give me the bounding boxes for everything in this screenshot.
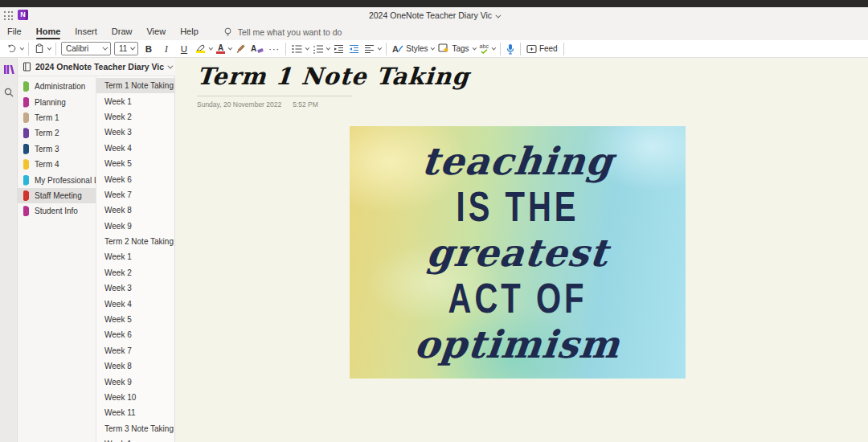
page-label: Week 8 [104, 362, 132, 370]
sidebar-page-item[interactable]: Week 1 [96, 249, 174, 264]
bold-button[interactable]: B [140, 42, 158, 56]
sidebar-page-item[interactable]: Term 2 Note Taking [96, 234, 174, 249]
spell-check-button[interactable]: abc [477, 42, 497, 56]
paste-button[interactable] [32, 42, 52, 56]
sidebar-page-item[interactable]: Term 3 Note Taking [96, 421, 174, 436]
menu-items: FileHomeInsertDrawViewHelp [0, 24, 206, 40]
menu-item-file[interactable]: File [0, 24, 29, 40]
page-list: Term 1 Note Taking Week 1 Week 2 Week 3 … [96, 76, 175, 442]
menu-item-draw[interactable]: Draw [104, 24, 140, 40]
underline-button[interactable]: U [175, 42, 193, 56]
font-color-button[interactable]: A [214, 42, 233, 56]
format-painter-button[interactable] [233, 42, 248, 56]
page-label: Week 8 [104, 206, 132, 215]
page-label: Week 5 [104, 315, 132, 324]
menu-bar: FileHomeInsertDrawViewHelp Tell me what … [0, 24, 868, 40]
highlight-button[interactable] [193, 42, 214, 56]
menu-item-view[interactable]: View [139, 24, 173, 40]
page-time: 5:52 PM [293, 100, 318, 108]
numbered-list-button[interactable] [310, 42, 331, 56]
sidebar-section-item[interactable]: My Professional Learn… [18, 172, 96, 187]
sidebar-section-item[interactable]: Staff Meeting [18, 188, 96, 203]
sidebar-page-item[interactable]: Week 1 [96, 436, 174, 442]
sidebar-page-item[interactable]: Week 7 [96, 187, 174, 203]
sidebar-section-item[interactable]: Term 1 [18, 110, 96, 125]
font-size-select[interactable]: 11 [114, 42, 138, 55]
sidebar-page-item[interactable]: Week 4 [96, 296, 174, 311]
menu-item-help[interactable]: Help [173, 24, 206, 40]
menu-item-home[interactable]: Home [29, 24, 68, 40]
increase-indent-button[interactable] [346, 42, 362, 56]
styles-button[interactable]: A Styles [390, 42, 436, 56]
search-icon[interactable] [4, 88, 14, 97]
menu-item-insert[interactable]: Insert [68, 24, 104, 40]
quote-text-line: greatest [425, 234, 611, 272]
page-label: Week 9 [104, 378, 132, 387]
check-icon [481, 49, 488, 54]
sidebar-page-item[interactable]: Week 2 [96, 109, 174, 125]
page-title[interactable]: Term 1 Note Taking [196, 63, 470, 90]
sidebar-section-item[interactable]: Term 4 [18, 157, 96, 172]
highlight-color-swatch [196, 51, 205, 53]
sidebar-section-item[interactable]: Planning [18, 94, 96, 109]
font-name-select[interactable]: Calibri [61, 42, 111, 55]
left-rail [0, 58, 18, 442]
sidebar-page-item[interactable]: Week 5 [96, 156, 174, 171]
bullet-list-button[interactable] [289, 42, 310, 56]
section-label: Term 1 [35, 113, 59, 122]
sidebar-page-item[interactable]: Week 2 [96, 265, 174, 280]
page-label: Week 5 [104, 159, 132, 168]
chevron-down-icon [495, 13, 501, 18]
italic-button[interactable]: I [158, 42, 175, 56]
section-color-tab [23, 128, 29, 138]
document-title[interactable]: 2024 OneNote Teacher Diary Vic [0, 10, 868, 20]
sidebar-section-item[interactable]: Student Info [18, 203, 96, 219]
sidebar-page-item[interactable]: Week 3 [96, 280, 174, 296]
sidebar-page-item[interactable]: Week 10 [96, 390, 174, 405]
tag-icon [438, 43, 449, 54]
sidebar-page-item[interactable]: Week 7 [96, 343, 174, 358]
format-painter-icon [235, 43, 246, 54]
sidebar-page-item[interactable]: Week 6 [96, 171, 174, 186]
quote-image[interactable]: teachingIS THEgreatestACT OFoptimism [350, 126, 686, 379]
decrease-indent-button[interactable] [331, 42, 346, 56]
alignment-icon [364, 44, 375, 54]
feed-button[interactable]: Feed [524, 42, 560, 56]
tags-button[interactable]: Tags [436, 42, 477, 56]
undo-icon [6, 43, 17, 54]
onenote-app: N 2024 OneNote Teacher Diary Vic FileHom… [0, 0, 868, 442]
sidebar-page-item[interactable]: Week 8 [96, 203, 174, 218]
page-label: Week 2 [104, 268, 132, 277]
sidebar-section-item[interactable]: Term 3 [18, 141, 96, 157]
sidebar-page-item[interactable]: Week 9 [96, 219, 174, 234]
alignment-button[interactable] [362, 42, 383, 56]
page-label: Term 1 Note Taking [104, 81, 174, 90]
page-content[interactable]: Term 1 Note Taking Sunday, 20 November 2… [175, 58, 868, 442]
sidebar-page-item[interactable]: Week 6 [96, 327, 174, 342]
page-label: Term 2 Note Taking [104, 237, 174, 246]
section-color-tab [23, 159, 29, 170]
section-color-tab [23, 206, 29, 216]
sidebar-page-item[interactable]: Week 3 [96, 125, 174, 140]
more-formatting-button[interactable]: ··· [266, 42, 282, 56]
tell-me-search[interactable]: Tell me what you want to do [223, 27, 342, 38]
sidebar-page-item[interactable]: Week 4 [96, 141, 174, 156]
page-label: Week 10 [104, 393, 136, 402]
navigation-panel: 2024 OneNote Teacher Diary Vic Administr… [18, 58, 175, 442]
undo-button[interactable] [4, 42, 25, 56]
notebooks-icon[interactable] [3, 64, 14, 75]
numbered-list-icon [313, 44, 323, 54]
clear-formatting-button[interactable]: A [248, 42, 266, 56]
sidebar-section-item[interactable]: Term 2 [18, 125, 96, 141]
sidebar-page-item[interactable]: Week 11 [96, 405, 174, 420]
sidebar-page-item[interactable]: Week 5 [96, 312, 174, 327]
quote-text-line: teaching [420, 142, 616, 180]
sidebar-page-item[interactable]: Week 8 [96, 358, 174, 374]
sidebar-section-item[interactable]: Administration [18, 79, 96, 94]
sidebar-page-item[interactable]: Term 1 Note Taking [96, 78, 174, 93]
sidebar-page-item[interactable]: Week 9 [96, 374, 174, 389]
page-label: Week 3 [104, 284, 132, 293]
sidebar-page-item[interactable]: Week 1 [96, 93, 174, 108]
dictate-button[interactable] [504, 42, 517, 56]
notebook-header[interactable]: 2024 OneNote Teacher Diary Vic [18, 58, 175, 76]
